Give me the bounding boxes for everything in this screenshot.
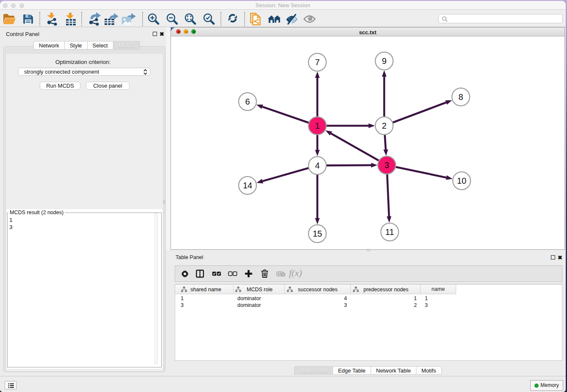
svg-text:1: 1 <box>315 121 319 130</box>
svg-text:11: 11 <box>385 227 394 237</box>
svg-text:4: 4 <box>315 161 319 170</box>
svg-text:15: 15 <box>313 229 322 238</box>
svg-text:8: 8 <box>458 92 463 102</box>
svg-text:7: 7 <box>315 58 319 67</box>
svg-text:14: 14 <box>243 181 252 190</box>
svg-text:6: 6 <box>245 97 250 106</box>
svg-text:9: 9 <box>382 56 386 66</box>
svg-text:2: 2 <box>382 121 386 130</box>
svg-text:10: 10 <box>457 176 466 185</box>
svg-text:3: 3 <box>384 160 389 170</box>
